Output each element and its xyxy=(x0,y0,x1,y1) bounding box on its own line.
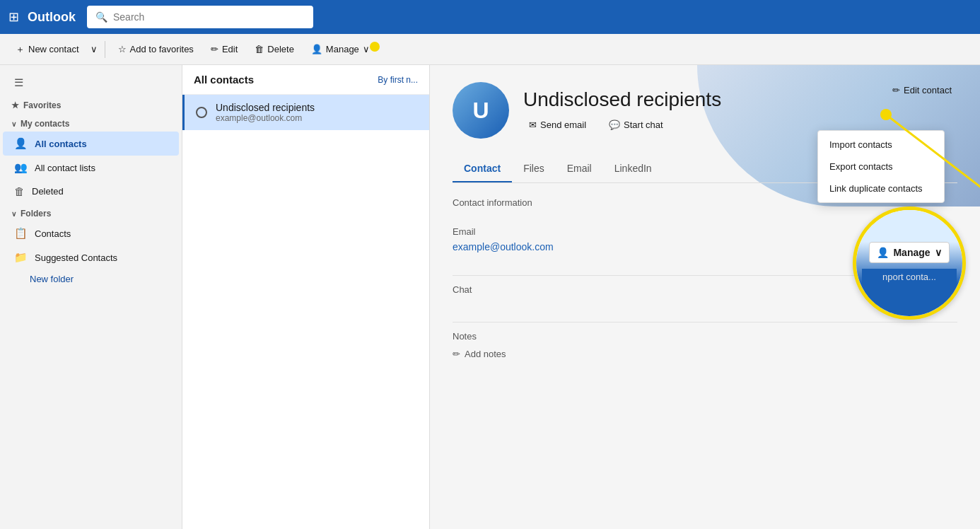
notes-label: Notes xyxy=(453,331,957,342)
sidebar-item-all-contact-lists[interactable]: 👥 All contact lists xyxy=(3,156,179,180)
contact-list-title: All contacts xyxy=(194,74,254,86)
plus-icon: ＋ xyxy=(16,43,25,56)
new-contact-dropdown-button[interactable]: ∨ xyxy=(89,40,99,58)
zoom-manage-label: Manage xyxy=(893,247,930,258)
main-content: ✏ Edit contact U Undisclosed recipients … xyxy=(430,65,980,529)
delete-icon: 🗑 xyxy=(255,44,264,54)
folder-icon: 📁 xyxy=(14,251,28,264)
send-email-label: Send email xyxy=(540,120,586,130)
new-contact-button[interactable]: ＋ New contact xyxy=(8,40,86,59)
contact-detail-avatar: U xyxy=(453,82,509,139)
contact-email: example@outlook.com xyxy=(216,113,315,123)
edit-button[interactable]: ✏ Edit xyxy=(204,40,245,58)
chevron-down-icon: ∨ xyxy=(91,44,98,54)
section-divider-2 xyxy=(453,322,957,322)
edit-contact-button[interactable]: ✏ Edit contact xyxy=(887,82,957,98)
add-to-favorites-button[interactable]: ☆ Add to favorites xyxy=(111,40,201,58)
contacts-label: Contacts xyxy=(35,228,71,239)
star-icon: ★ xyxy=(11,100,19,110)
zoom-chevron-icon: ∨ xyxy=(935,247,942,258)
all-contact-lists-label: All contact lists xyxy=(35,163,95,173)
tab-email[interactable]: Email xyxy=(556,156,603,182)
sidebar-item-all-contacts[interactable]: 👤 All contacts xyxy=(3,132,179,156)
edit-label: Edit xyxy=(222,44,238,54)
hamburger-icon: ☰ xyxy=(14,76,23,89)
grid-icon[interactable]: ⊞ xyxy=(6,6,22,28)
sidebar-favorites[interactable]: ★ Favorites xyxy=(0,95,182,113)
app-logo: Outlook xyxy=(28,10,76,25)
chat-icon: 💬 xyxy=(609,120,620,130)
manage-label: Manage xyxy=(326,44,359,54)
tab-contact[interactable]: Contact xyxy=(453,156,512,182)
manage-icon: 👤 xyxy=(311,44,322,54)
pencil-icon: ✏ xyxy=(453,349,460,359)
folders-label: Folders xyxy=(21,209,51,219)
sidebar-item-suggested-contacts[interactable]: 📁 Suggested Contacts xyxy=(3,245,179,269)
contact-list-header: All contacts By first n... xyxy=(182,65,429,95)
contact-radio xyxy=(196,107,207,118)
contact-list-panel: All contacts By first n... Undisclosed r… xyxy=(182,65,430,529)
contacts-icon: 📋 xyxy=(14,227,28,240)
add-notes-label: Add notes xyxy=(465,349,506,359)
contact-info: Undisclosed recipients example@outlook.c… xyxy=(216,102,315,123)
notes-section: Notes ✏ Add notes xyxy=(453,331,957,362)
add-notes-button[interactable]: ✏ Add notes xyxy=(453,346,506,362)
new-folder-button[interactable]: New folder xyxy=(0,269,182,289)
delete-button[interactable]: 🗑 Delete xyxy=(247,40,301,58)
edit-contact-label: Edit contact xyxy=(904,85,952,95)
people-icon: 👥 xyxy=(14,161,28,174)
delete-label: Delete xyxy=(267,44,294,54)
import-contacts-item[interactable]: Import contacts xyxy=(818,134,944,156)
main-layout: ☰ ★ Favorites ∨ My contacts 👤 All contac… xyxy=(0,65,980,529)
sidebar-item-contacts[interactable]: 📋 Contacts xyxy=(3,221,179,245)
contact-name: Undisclosed recipients xyxy=(216,102,315,113)
sidebar-item-deleted[interactable]: 🗑 Deleted xyxy=(3,180,179,203)
sidebar-hamburger[interactable]: ☰ xyxy=(3,71,179,95)
sidebar-folders[interactable]: ∨ Folders xyxy=(0,203,182,221)
star-icon: ☆ xyxy=(118,44,127,54)
search-box[interactable]: 🔍 xyxy=(87,6,313,28)
all-contacts-label: All contacts xyxy=(35,139,87,149)
zoom-circle: 👤 Manage ∨ nport conta... xyxy=(853,207,966,320)
zoom-manage-icon: 👤 xyxy=(877,247,889,258)
favorites-label: Favorites xyxy=(23,100,61,110)
sort-button[interactable]: By first n... xyxy=(378,75,418,85)
manage-dropdown-menu: Import contacts Export contacts Link dup… xyxy=(817,130,945,203)
email-icon: ✉ xyxy=(529,120,537,130)
edit-icon: ✏ xyxy=(211,44,218,54)
person-icon: 👤 xyxy=(14,137,28,150)
new-folder-label: New folder xyxy=(30,274,74,284)
toolbar: ＋ New contact ∨ ☆ Add to favorites ✏ Edi… xyxy=(0,34,980,65)
start-chat-label: Start chat xyxy=(624,120,663,130)
sidebar-my-contacts[interactable]: ∨ My contacts xyxy=(0,113,182,132)
link-duplicate-contacts-item[interactable]: Link duplicate contacts xyxy=(818,178,944,199)
sidebar: ☰ ★ Favorites ∨ My contacts 👤 All contac… xyxy=(0,65,182,529)
trash-icon: 🗑 xyxy=(14,185,25,197)
toolbar-divider-1 xyxy=(105,41,105,58)
tab-linkedin[interactable]: LinkedIn xyxy=(603,156,663,182)
add-to-favorites-label: Add to favorites xyxy=(130,44,194,54)
top-bar: ⊞ Outlook 🔍 xyxy=(0,0,980,34)
manage-button[interactable]: 👤 Manage ∨ xyxy=(304,40,377,58)
suggested-contacts-label: Suggested Contacts xyxy=(35,252,117,263)
edit-pencil-icon: ✏ xyxy=(892,85,900,95)
send-email-button[interactable]: ✉ Send email xyxy=(523,117,592,133)
chevron-down-icon: ∨ xyxy=(363,44,370,54)
contact-item-undisclosed[interactable]: Undisclosed recipients example@outlook.c… xyxy=(182,95,429,130)
tab-files[interactable]: Files xyxy=(512,156,556,182)
new-contact-group: ＋ New contact ∨ xyxy=(8,40,99,59)
zoom-import-text: nport conta... xyxy=(862,269,957,285)
manage-dot-indicator xyxy=(370,42,380,52)
start-chat-button[interactable]: 💬 Start chat xyxy=(603,117,669,133)
new-contact-label: New contact xyxy=(28,44,79,54)
manage-button-group: 👤 Manage ∨ xyxy=(304,40,377,58)
chevron-icon: ∨ xyxy=(11,210,16,218)
search-icon: 🔍 xyxy=(95,11,107,23)
zoom-manage-button: 👤 Manage ∨ xyxy=(869,242,949,263)
my-contacts-label: My contacts xyxy=(21,119,69,129)
search-input[interactable] xyxy=(113,11,305,23)
export-contacts-item[interactable]: Export contacts xyxy=(818,156,944,178)
deleted-label: Deleted xyxy=(32,186,64,197)
chevron-icon: ∨ xyxy=(11,120,16,128)
zoom-circle-inner: 👤 Manage ∨ nport conta... xyxy=(856,210,962,316)
